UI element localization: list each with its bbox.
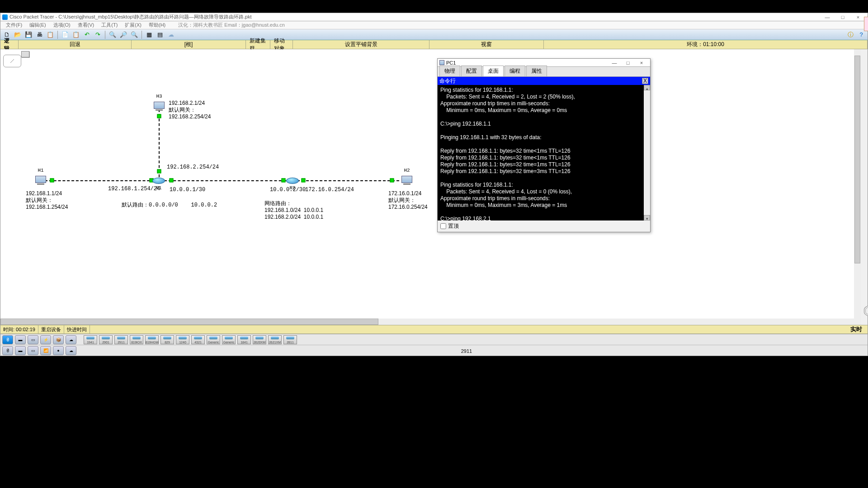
category-security-icon[interactable]: 📦 [53, 335, 64, 344]
copy-icon[interactable]: 📄 [61, 30, 70, 39]
paste-icon[interactable]: 📋 [71, 30, 80, 39]
zoom-in-icon[interactable]: 🔍 [108, 30, 117, 39]
menu-help[interactable]: 帮助(H) [145, 22, 169, 28]
scroll-thumb[interactable] [0, 319, 378, 325]
model-819hgw[interactable]: 819HGW [145, 335, 159, 344]
environment-time[interactable]: 环境：01:10:00 [544, 40, 868, 49]
model-4321[interactable]: 4321 [191, 335, 205, 344]
back-button[interactable]: 回退 [19, 40, 132, 49]
command-prompt-close-button[interactable]: X [642, 78, 648, 84]
window-maximize-button[interactable]: □ [835, 14, 850, 21]
menu-tools[interactable]: 工具(T) [98, 22, 121, 28]
model-1240[interactable]: 1240 [176, 335, 189, 344]
subcat-switch-icon[interactable]: ▬ [15, 346, 26, 355]
terminal-output[interactable]: Ping statistics for 192.168.1.1: Packets… [438, 85, 650, 221]
note-tool-icon[interactable]: 🗒 [864, 33, 868, 47]
device-label: H1 [34, 168, 47, 173]
titlebar[interactable]: Cisco Packet Tracer - C:\Users\gjhnust_m… [0, 13, 868, 21]
model-generic1[interactable]: Generic [207, 335, 220, 344]
device-router-r1[interactable]: R1 [152, 178, 165, 184]
model-2621xm[interactable]: 2621XM [268, 335, 282, 344]
nav-compass-icon[interactable] [864, 305, 868, 317]
tab-config[interactable]: 配置 [461, 66, 482, 76]
set-background-button[interactable]: 设置平铺背景 [293, 40, 429, 49]
model-generic2[interactable]: Generic [222, 335, 236, 344]
menu-view[interactable]: 查看(V) [74, 22, 98, 28]
open-file-icon[interactable]: 📂 [13, 30, 22, 39]
link-h1-r1[interactable] [45, 180, 159, 181]
window-minimize-button[interactable]: — [820, 14, 835, 21]
category-wan-icon[interactable]: ☁ [66, 335, 76, 344]
breadcrumb-root[interactable]: [根] [132, 40, 246, 49]
viewport-button[interactable]: 视窗 [429, 40, 544, 49]
info-icon[interactable]: ⓘ [846, 30, 855, 39]
new-cluster-button[interactable]: 新建集群 [246, 40, 270, 49]
pc1-minimize-button[interactable]: — [608, 60, 621, 66]
topology-canvas[interactable]: ⟋ H1 192.168.1.1/24 默认网关： 192.168.1.254/… [0, 49, 861, 319]
menu-extensions[interactable]: 扩展(X) [121, 22, 145, 28]
zoom-reset-icon[interactable]: 🔍 [130, 30, 139, 39]
device-pc-h3[interactable]: H3 [152, 102, 166, 111]
link-r1-r2[interactable] [164, 180, 291, 181]
pc1-maximize-button[interactable]: □ [621, 60, 635, 66]
tab-desktop[interactable]: 桌面 [483, 66, 504, 76]
zoom-out-icon[interactable]: 🔎 [119, 30, 128, 39]
pc1-close-button[interactable]: × [635, 60, 648, 66]
model-2811[interactable]: 2811 [283, 335, 297, 344]
model-2620xm[interactable]: 2620XM [253, 335, 266, 344]
device-router-r2[interactable]: R2 [286, 178, 299, 184]
move-object-button[interactable]: 移动对象 [270, 40, 293, 49]
subcat-router-icon[interactable]: 🛢 [2, 346, 13, 355]
link-r2-h2[interactable] [297, 180, 399, 181]
link-h3-r1[interactable] [159, 109, 160, 177]
category-switches-icon[interactable]: ▬ [15, 335, 26, 344]
model-819iox[interactable]: 819IOX [130, 335, 143, 344]
cluster-thumb-icon [21, 51, 29, 57]
category-routers-icon[interactable]: 🛢 [2, 335, 13, 344]
device-pc-h1[interactable]: H1 [34, 176, 47, 185]
model-2911[interactable]: 2911 [114, 335, 128, 344]
always-on-top-checkbox[interactable]: 置顶 [440, 223, 459, 229]
custom-devices-icon[interactable]: ▤ [156, 30, 165, 39]
save-icon[interactable]: 💾 [24, 30, 33, 39]
canvas-vertical-scrollbar[interactable] [854, 49, 861, 319]
model-2901[interactable]: 2901 [99, 335, 113, 344]
r1-route-note: 默认路由：0.0.0.0/0 10.0.0.2 [122, 202, 217, 208]
pc1-window[interactable]: PC1 — □ × 物理 配置 桌面 编程 属性 命令行 X Ping stat… [437, 58, 651, 232]
category-hubs-icon[interactable]: ▭ [28, 335, 38, 344]
cloud-icon[interactable]: ☁ [166, 30, 175, 39]
cluster-tool[interactable]: ⟋ [3, 51, 30, 67]
undo-icon[interactable]: ↶ [82, 30, 91, 39]
reset-devices-button[interactable]: 重启设备 [38, 325, 64, 333]
tab-attributes[interactable]: 属性 [526, 66, 547, 76]
window-close-button[interactable]: × [850, 14, 866, 21]
delete-tool-icon[interactable]: ✖ [864, 47, 868, 62]
tab-physical[interactable]: 物理 [439, 66, 460, 76]
redo-icon[interactable]: ↷ [93, 30, 102, 39]
logical-view-button[interactable]: 逻辑 [0, 40, 19, 49]
print-icon[interactable]: 🖶 [35, 30, 44, 39]
menu-options[interactable]: 选项(O) [50, 22, 74, 28]
model-829[interactable]: 829 [160, 335, 174, 344]
terminal-scrollbar[interactable]: ▴▾ [644, 85, 650, 221]
tab-programming[interactable]: 编程 [505, 66, 525, 76]
subcat-hub-icon[interactable]: ▭ [28, 346, 38, 355]
fast-forward-button[interactable]: 快进时间 [64, 325, 90, 333]
menu-edit[interactable]: 编辑(E) [26, 22, 50, 28]
device-pc-h2[interactable]: H2 [400, 176, 414, 185]
palette-icon[interactable]: ▦ [145, 30, 154, 39]
model-1941[interactable]: 1941 [84, 335, 97, 344]
realtime-mode-button[interactable]: 实时 [845, 325, 868, 333]
model-1841[interactable]: 1841 [237, 335, 251, 344]
scroll-thumb[interactable] [854, 56, 860, 263]
subcat-security-icon[interactable]: ● [53, 346, 64, 355]
r2-left-ip: 10.0.0.2/30 [270, 187, 306, 193]
subcat-wireless-icon[interactable]: 📶 [40, 346, 51, 355]
canvas-horizontal-scrollbar[interactable] [0, 319, 861, 325]
category-wireless-icon[interactable]: ⚡ [40, 335, 51, 344]
scroll-down-icon[interactable]: ▾ [644, 215, 650, 221]
select-tool-icon[interactable]: ▭ [864, 17, 868, 31]
wizard-icon[interactable]: 📋 [46, 30, 55, 39]
menu-file[interactable]: 文件(F) [2, 22, 26, 28]
scroll-up-icon[interactable]: ▴ [644, 85, 650, 90]
